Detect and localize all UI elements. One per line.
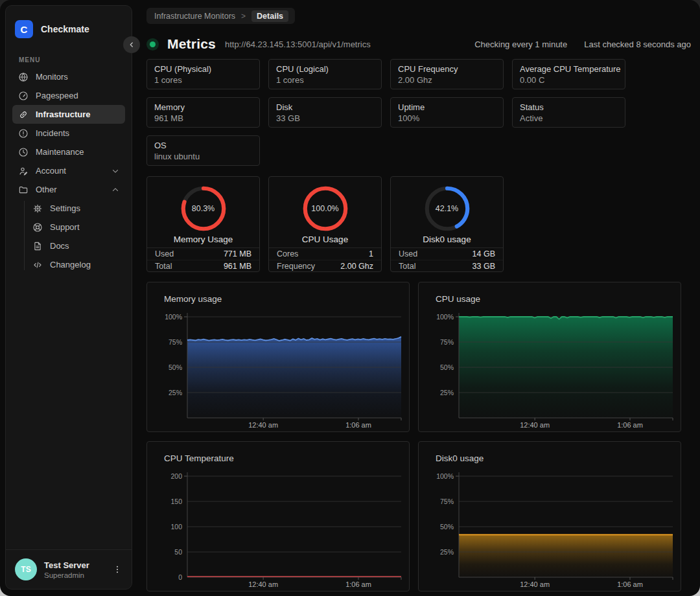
sidebar-item-monitors[interactable]: Monitors [12,67,125,86]
svg-text:75%: 75% [169,338,182,346]
memory-usage-gauge: 80.3% [180,185,228,233]
info-card-grid: CPU (Physical)1 cores CPU (Logical)1 cor… [146,59,681,166]
main-content: Infrastructure Monitors > Details Metric… [146,8,681,591]
sidebar-item-pagespeed[interactable]: Pagespeed [12,86,125,105]
svg-text:1:06 am: 1:06 am [617,421,643,429]
gauge-card-disk0-usage: 42.1% Disk0 usage Used14 GB Total33 GB [390,176,504,272]
avatar: TS [15,558,37,580]
info-card-cpu-frequency: CPU Frequency2.00 Ghz [390,59,504,89]
sidebar-collapse-button[interactable] [123,36,140,53]
chart-card-cpu-usage: CPU usage 100%75%50%25%12:40 am1:06 am [418,282,681,432]
check-status: Checking every 1 minute Last checked 8 s… [474,40,691,49]
info-card-status: StatusActive [512,97,625,128]
svg-text:1:06 am: 1:06 am [617,580,643,588]
sidebar-item-docs[interactable]: Docs [24,236,125,255]
status-dot-icon [146,38,159,51]
svg-text:150: 150 [170,498,182,505]
disk0-usage-gauge: 42.1% [423,185,471,233]
sidebar-subgroup-other: Settings Support Docs Changelog [24,199,125,274]
lifebuoy-icon [32,222,43,233]
app-logo-row: C Checkmate [6,6,132,38]
sidebar: C Checkmate MENU Monitors Pagespeed Infr… [5,5,132,590]
svg-text:1:06 am: 1:06 am [345,421,371,429]
sidebar-item-support[interactable]: Support [24,218,125,236]
info-card-disk: Disk33 GB [268,97,382,128]
gauge-card-memory-usage: 80.3% Memory Usage Used771 MB Total961 M… [146,176,260,272]
breadcrumb-parent[interactable]: Infrastructure Monitors [154,12,235,21]
app-logo[interactable]: C [15,20,33,38]
folder-icon [18,184,29,195]
svg-text:50%: 50% [440,363,454,371]
page-header: Metrics http://64.23.145.13:5001/api/v1/… [146,34,681,54]
user-icon [18,165,29,176]
info-card-avg-cpu-temperature: Average CPU Temperature0.00 C [512,59,625,89]
breadcrumb: Infrastructure Monitors > Details [146,8,295,24]
avatar-initials: TS [21,565,30,574]
menu-section-label: MENU [19,56,132,63]
svg-text:200: 200 [170,472,182,480]
gauge-card-cpu-usage: 100.0% CPU Usage Cores1 Frequency2.00 Gh… [268,176,382,272]
svg-text:25%: 25% [440,548,454,556]
svg-text:75%: 75% [440,338,454,346]
svg-text:100%: 100% [165,313,182,321]
svg-text:0: 0 [178,573,182,581]
gauge-stat-row: Total961 MB [147,260,259,271]
clock-icon [18,146,29,157]
user-info: Test Server Superadmin [44,560,112,579]
info-card-cpu-logical: CPU (Logical)1 cores [268,59,382,89]
svg-text:12:40 am: 12:40 am [520,580,550,588]
svg-text:50%: 50% [169,363,182,371]
chart-card-memory-usage: Memory usage 100%75%50%25%12:40 am1:06 a… [146,282,410,432]
sidebar-item-maintenance[interactable]: Maintenance [12,143,125,161]
disk0-usage-chart: 100%75%50%25%12:40 am1:06 am [419,442,682,592]
info-card-os: OSlinux ubuntu [146,135,260,166]
globe-icon [18,71,29,82]
svg-text:25%: 25% [169,389,182,396]
kebab-menu-icon[interactable] [112,564,122,575]
document-icon [32,240,43,251]
sidebar-item-incidents[interactable]: Incidents [12,124,125,143]
gauge-stat-row: Used14 GB [391,248,503,258]
page-title: Metrics [167,36,216,52]
user-name: Test Server [44,560,112,570]
svg-text:100%: 100% [436,472,454,480]
sidebar-item-other[interactable]: Other [12,180,125,199]
svg-text:100%: 100% [436,313,454,321]
sidebar-item-changelog[interactable]: Changelog [24,255,125,274]
gauge-stat-row: Used771 MB [147,248,259,258]
svg-text:12:40 am: 12:40 am [520,421,550,429]
chart-card-disk0-usage: Disk0 usage 100%75%50%25%12:40 am1:06 am [418,441,681,591]
user-menu[interactable]: TS Test Server Superadmin [6,549,132,589]
breadcrumb-separator: > [241,12,246,21]
chevron-up-icon [111,185,120,194]
charts-grid: Memory usage 100%75%50%25%12:40 am1:06 a… [146,282,681,591]
gauge-card-row: 80.3% Memory Usage Used771 MB Total961 M… [146,176,681,272]
svg-text:75%: 75% [440,498,454,505]
link-icon [18,109,29,120]
memory-usage-chart: 100%75%50%25%12:40 am1:06 am [147,282,410,433]
check-interval: Checking every 1 minute [474,40,567,49]
sidebar-item-account[interactable]: Account [12,161,125,180]
svg-text:100: 100 [170,523,182,531]
gauge-stat-row: Frequency2.00 Ghz [269,260,381,271]
svg-text:50: 50 [174,548,182,556]
info-card-memory: Memory961 MB [146,97,260,128]
svg-text:50%: 50% [440,523,454,531]
cpu-temperature-chart: 20015010050012:40 am1:06 am [147,442,410,592]
sidebar-item-infrastructure[interactable]: Infrastructure [12,105,125,124]
info-card-uptime: Uptime100% [390,97,504,128]
sidebar-item-settings[interactable]: Settings [24,199,125,218]
svg-text:12:40 am: 12:40 am [248,421,278,429]
gauge-stat-row: Cores1 [269,248,381,258]
desktop-background: C Checkmate MENU Monitors Pagespeed Infr… [0,0,700,596]
svg-text:1:06 am: 1:06 am [345,580,371,588]
svg-text:12:40 am: 12:40 am [248,580,278,588]
chart-card-cpu-temperature: CPU Temperature 20015010050012:40 am1:06… [146,441,410,591]
last-checked: Last checked 8 seconds ago [584,40,691,49]
sidebar-nav: Monitors Pagespeed Infrastructure Incide… [6,67,132,274]
svg-text:25%: 25% [440,389,454,396]
cpu-usage-gauge: 100.0% [301,185,349,233]
breadcrumb-current: Details [251,10,288,22]
user-role: Superadmin [44,571,112,579]
gauge-stat-row: Total33 GB [391,260,503,271]
